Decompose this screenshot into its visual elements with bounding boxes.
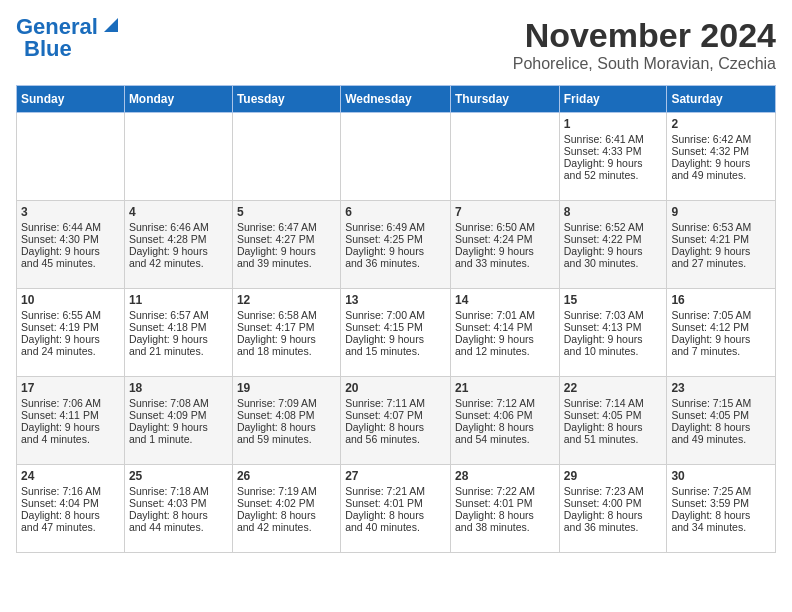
calendar-cell: 2Sunrise: 6:42 AMSunset: 4:32 PMDaylight… — [667, 113, 776, 201]
calendar-cell: 10Sunrise: 6:55 AMSunset: 4:19 PMDayligh… — [17, 289, 125, 377]
day-number: 8 — [564, 205, 663, 219]
day-info: and 59 minutes. — [237, 433, 336, 445]
day-info: Sunrise: 6:57 AM — [129, 309, 228, 321]
day-number: 29 — [564, 469, 663, 483]
day-info: Sunrise: 6:46 AM — [129, 221, 228, 233]
day-info: Sunset: 4:01 PM — [345, 497, 446, 509]
day-info: and 51 minutes. — [564, 433, 663, 445]
day-number: 20 — [345, 381, 446, 395]
day-number: 19 — [237, 381, 336, 395]
calendar-cell: 4Sunrise: 6:46 AMSunset: 4:28 PMDaylight… — [124, 201, 232, 289]
logo-icon — [100, 14, 122, 36]
calendar-cell: 28Sunrise: 7:22 AMSunset: 4:01 PMDayligh… — [450, 465, 559, 553]
day-info: and 47 minutes. — [21, 521, 120, 533]
day-info: Sunset: 4:30 PM — [21, 233, 120, 245]
calendar-cell: 15Sunrise: 7:03 AMSunset: 4:13 PMDayligh… — [559, 289, 667, 377]
calendar-cell: 27Sunrise: 7:21 AMSunset: 4:01 PMDayligh… — [341, 465, 451, 553]
day-info: Daylight: 9 hours — [129, 421, 228, 433]
day-number: 26 — [237, 469, 336, 483]
day-info: Sunrise: 7:05 AM — [671, 309, 771, 321]
calendar-week-row: 10Sunrise: 6:55 AMSunset: 4:19 PMDayligh… — [17, 289, 776, 377]
calendar-cell: 18Sunrise: 7:08 AMSunset: 4:09 PMDayligh… — [124, 377, 232, 465]
day-info: Daylight: 8 hours — [455, 421, 555, 433]
day-info: Daylight: 9 hours — [671, 333, 771, 345]
day-info: and 49 minutes. — [671, 433, 771, 445]
day-info: and 40 minutes. — [345, 521, 446, 533]
day-info: Daylight: 9 hours — [455, 333, 555, 345]
day-info: Sunrise: 7:01 AM — [455, 309, 555, 321]
calendar-header-cell: Tuesday — [232, 86, 340, 113]
calendar-cell: 22Sunrise: 7:14 AMSunset: 4:05 PMDayligh… — [559, 377, 667, 465]
day-info: and 10 minutes. — [564, 345, 663, 357]
calendar-cell: 3Sunrise: 6:44 AMSunset: 4:30 PMDaylight… — [17, 201, 125, 289]
day-info: Daylight: 8 hours — [455, 509, 555, 521]
day-info: Daylight: 8 hours — [564, 421, 663, 433]
day-info: Sunrise: 7:14 AM — [564, 397, 663, 409]
day-info: Sunset: 4:00 PM — [564, 497, 663, 509]
day-number: 21 — [455, 381, 555, 395]
day-info: Daylight: 8 hours — [21, 509, 120, 521]
day-info: Sunrise: 7:25 AM — [671, 485, 771, 497]
day-number: 12 — [237, 293, 336, 307]
day-info: Daylight: 8 hours — [345, 421, 446, 433]
day-info: Daylight: 8 hours — [564, 509, 663, 521]
day-info: Daylight: 9 hours — [564, 333, 663, 345]
calendar-header-cell: Friday — [559, 86, 667, 113]
day-info: Sunrise: 6:47 AM — [237, 221, 336, 233]
calendar-body: 1Sunrise: 6:41 AMSunset: 4:33 PMDaylight… — [17, 113, 776, 553]
day-info: Daylight: 8 hours — [671, 421, 771, 433]
calendar-cell: 14Sunrise: 7:01 AMSunset: 4:14 PMDayligh… — [450, 289, 559, 377]
day-number: 14 — [455, 293, 555, 307]
calendar-cell — [17, 113, 125, 201]
day-info: Sunset: 4:05 PM — [671, 409, 771, 421]
day-info: Sunrise: 7:23 AM — [564, 485, 663, 497]
month-title: November 2024 — [513, 16, 776, 55]
day-info: Daylight: 9 hours — [21, 245, 120, 257]
day-info: Sunrise: 7:00 AM — [345, 309, 446, 321]
day-info: Daylight: 9 hours — [671, 245, 771, 257]
day-info: Daylight: 9 hours — [564, 157, 663, 169]
day-info: and 54 minutes. — [455, 433, 555, 445]
day-info: Sunset: 4:17 PM — [237, 321, 336, 333]
calendar-cell: 26Sunrise: 7:19 AMSunset: 4:02 PMDayligh… — [232, 465, 340, 553]
day-number: 7 — [455, 205, 555, 219]
day-info: Daylight: 9 hours — [671, 157, 771, 169]
day-number: 5 — [237, 205, 336, 219]
day-info: Daylight: 9 hours — [455, 245, 555, 257]
day-info: and 4 minutes. — [21, 433, 120, 445]
day-info: Sunrise: 7:12 AM — [455, 397, 555, 409]
day-info: Sunset: 4:09 PM — [129, 409, 228, 421]
calendar-cell — [232, 113, 340, 201]
day-info: and 36 minutes. — [564, 521, 663, 533]
logo-blue-text: Blue — [24, 36, 72, 61]
day-info: Daylight: 9 hours — [129, 245, 228, 257]
day-info: Sunrise: 6:44 AM — [21, 221, 120, 233]
day-info: and 33 minutes. — [455, 257, 555, 269]
day-info: Sunrise: 6:58 AM — [237, 309, 336, 321]
day-info: and 42 minutes. — [129, 257, 228, 269]
day-info: Sunrise: 6:55 AM — [21, 309, 120, 321]
day-info: Sunrise: 6:49 AM — [345, 221, 446, 233]
calendar-cell: 17Sunrise: 7:06 AMSunset: 4:11 PMDayligh… — [17, 377, 125, 465]
day-info: and 49 minutes. — [671, 169, 771, 181]
day-info: Sunset: 4:21 PM — [671, 233, 771, 245]
header: General Blue November 2024 Pohorelice, S… — [16, 16, 776, 73]
day-info: Sunset: 4:24 PM — [455, 233, 555, 245]
day-info: Daylight: 9 hours — [237, 333, 336, 345]
calendar-cell: 30Sunrise: 7:25 AMSunset: 3:59 PMDayligh… — [667, 465, 776, 553]
day-number: 15 — [564, 293, 663, 307]
calendar-cell: 11Sunrise: 6:57 AMSunset: 4:18 PMDayligh… — [124, 289, 232, 377]
day-info: Sunset: 4:12 PM — [671, 321, 771, 333]
day-info: Sunset: 4:05 PM — [564, 409, 663, 421]
day-info: and 45 minutes. — [21, 257, 120, 269]
day-info: Sunset: 4:11 PM — [21, 409, 120, 421]
day-number: 25 — [129, 469, 228, 483]
day-number: 10 — [21, 293, 120, 307]
day-number: 4 — [129, 205, 228, 219]
day-info: Sunrise: 7:16 AM — [21, 485, 120, 497]
day-info: and 21 minutes. — [129, 345, 228, 357]
day-info: and 44 minutes. — [129, 521, 228, 533]
day-number: 27 — [345, 469, 446, 483]
day-info: Sunrise: 6:53 AM — [671, 221, 771, 233]
calendar-cell: 19Sunrise: 7:09 AMSunset: 4:08 PMDayligh… — [232, 377, 340, 465]
